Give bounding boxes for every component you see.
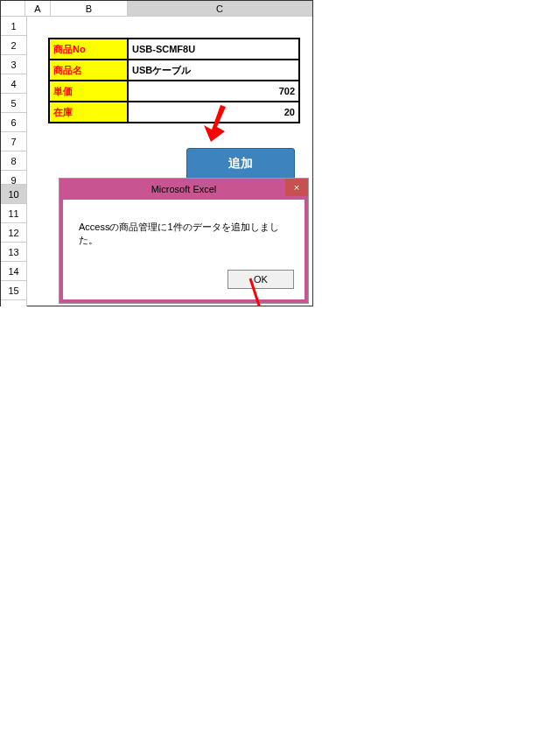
row-header-3[interactable]: 3 (1, 55, 27, 74)
msgbox-title-text: Microsoft Excel (151, 184, 217, 194)
msgbox-close-button[interactable]: × (285, 179, 308, 196)
excel-window: A B C 1 2 3 4 5 6 7 8 9 10 11 12 13 14 1… (0, 0, 313, 306)
row-header-10[interactable]: 10 (1, 185, 27, 204)
col-header-a[interactable]: A (25, 1, 50, 16)
row-header-1[interactable]: 1 (1, 17, 27, 36)
row-header-9[interactable]: 9 (1, 171, 27, 185)
col-header-b[interactable]: B (51, 1, 129, 16)
row-header-5[interactable]: 5 (1, 94, 27, 113)
row-headers: 1 2 3 4 5 6 7 8 9 10 11 12 13 14 15 16 1… (1, 17, 27, 306)
product-name-value[interactable]: USBケーブル (128, 60, 299, 81)
product-name-label[interactable]: 商品名 (49, 60, 128, 81)
row-header-13[interactable]: 13 (1, 243, 27, 262)
row-header-2[interactable]: 2 (1, 36, 27, 55)
stock-label[interactable]: 在庫 (49, 102, 128, 123)
row-header-6[interactable]: 6 (1, 113, 27, 132)
msgbox-body: Accessの商品管理に1件のデータを追加しました。 OK (63, 200, 304, 299)
msgbox-title[interactable]: Microsoft Excel × (60, 179, 308, 200)
product-form-table: 商品NoUSB-SCMF8U 商品名USBケーブル 単価702 在庫20 (48, 38, 300, 123)
row-header-12[interactable]: 12 (1, 223, 27, 243)
row-header-14[interactable]: 14 (1, 262, 27, 281)
row-header-8[interactable]: 8 (1, 151, 27, 171)
row-header-16[interactable]: 16 (1, 300, 27, 306)
message-box: Microsoft Excel × Accessの商品管理に1件のデータを追加し… (59, 178, 309, 304)
col-header-c[interactable]: C (128, 1, 312, 16)
price-label[interactable]: 単価 (49, 81, 128, 102)
select-all-cell[interactable] (1, 1, 25, 16)
stock-value[interactable]: 20 (128, 102, 299, 123)
row-header-15[interactable]: 15 (1, 281, 27, 300)
msgbox-ok-button[interactable]: OK (228, 270, 294, 289)
row-header-11[interactable]: 11 (1, 204, 27, 223)
product-no-label[interactable]: 商品No (49, 39, 128, 60)
msgbox-text: Accessの商品管理に1件のデータを追加しました。 (79, 221, 294, 247)
row-header-7[interactable]: 7 (1, 132, 27, 151)
add-button[interactable]: 追加 (186, 148, 295, 179)
price-value[interactable]: 702 (128, 81, 299, 102)
column-headers: A B C (1, 1, 312, 17)
row-header-4[interactable]: 4 (1, 74, 27, 94)
product-no-value[interactable]: USB-SCMF8U (128, 39, 299, 60)
